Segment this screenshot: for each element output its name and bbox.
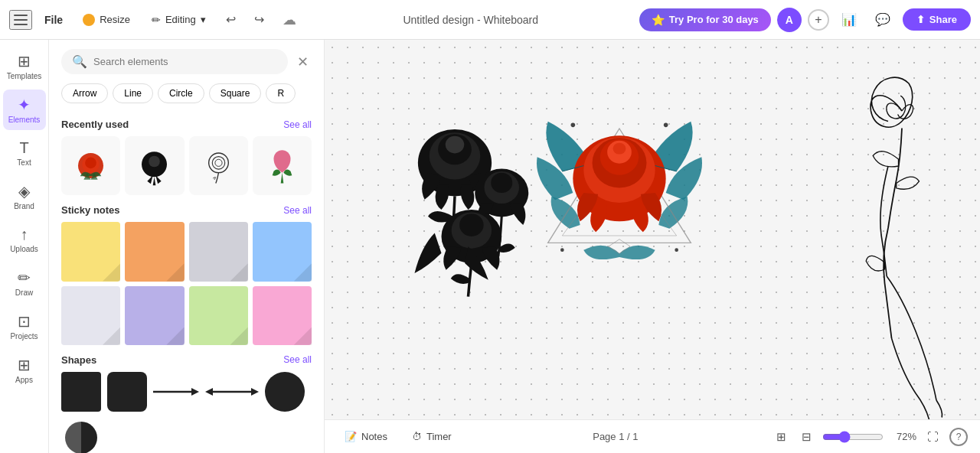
status-right: ⊞ ⊟ 72% ⛶ ? — [772, 427, 968, 447]
analytics-button[interactable]: 📊 — [835, 9, 863, 30]
topbar: File Resize ✏ Editing ▾ ↩ ↪ ☁ Untitled d… — [0, 0, 980, 40]
status-left: 📝 Notes ⏱ Timer — [337, 427, 459, 446]
zoom-label: 72% — [890, 431, 916, 442]
topbar-center: Untitled design - Whiteboard — [309, 14, 633, 26]
elements-panel: 🔍 ✕ Arrow Line Circle Square R Recently … — [49, 40, 325, 453]
svg-point-6 — [215, 159, 222, 166]
search-bar[interactable]: 🔍 — [61, 49, 288, 74]
canvas-inner[interactable] — [325, 40, 980, 419]
sidebar-item-text[interactable]: T Text — [3, 133, 46, 173]
shape-square[interactable] — [61, 372, 101, 412]
topbar-left: File Resize ✏ Editing ▾ ↩ ↪ ☁ — [9, 8, 302, 31]
shape-half-circle[interactable] — [61, 418, 101, 453]
templates-icon: ⊞ — [18, 52, 31, 70]
grid-view-button[interactable]: ⊞ — [772, 427, 791, 447]
sidebar-item-apps[interactable]: ⊞ Apps — [3, 350, 46, 390]
sticky-notes-see-all[interactable]: See all — [283, 205, 312, 216]
sidebar-item-brand[interactable]: ◈ Brand — [3, 176, 46, 217]
svg-point-4 — [208, 153, 228, 173]
panel-header: 🔍 ✕ — [49, 40, 324, 80]
rose-lineart[interactable] — [819, 47, 957, 419]
filter-line[interactable]: Line — [113, 83, 153, 103]
svg-point-35 — [560, 248, 564, 252]
svg-point-34 — [664, 123, 668, 128]
redo-button[interactable]: ↪ — [248, 8, 270, 31]
recent-item-3[interactable] — [189, 136, 248, 195]
topbar-right: ⭐ Try Pro for 30 days A + 📊 💬 ⬆ Share — [639, 8, 971, 32]
svg-point-36 — [675, 248, 678, 252]
sticky-notes-header: Sticky notes See all — [61, 204, 312, 216]
notes-icon: 📝 — [345, 431, 357, 442]
brand-icon: ◈ — [18, 182, 30, 200]
sticky-green[interactable] — [189, 286, 248, 345]
shape-rounded-square[interactable] — [107, 372, 147, 412]
menu-button[interactable] — [9, 10, 32, 30]
sticky-yellow[interactable] — [61, 222, 120, 281]
recently-used-see-all[interactable]: See all — [283, 119, 312, 130]
close-panel-button[interactable]: ✕ — [294, 51, 312, 73]
recently-used-header: Recently used See all — [61, 119, 312, 130]
search-input[interactable] — [93, 56, 277, 67]
editing-button[interactable]: ✏ Editing ▾ — [144, 10, 214, 30]
text-icon: T — [19, 139, 28, 157]
file-button[interactable]: File — [38, 11, 69, 29]
recent-item-2[interactable] — [125, 136, 184, 195]
try-pro-button[interactable]: ⭐ Try Pro for 30 days — [639, 8, 771, 31]
recent-item-1[interactable] — [61, 136, 120, 195]
share-icon: ⬆ — [916, 14, 925, 25]
timer-button[interactable]: ⏱ Timer — [404, 427, 459, 446]
sidebar-item-elements[interactable]: ✦ Elements — [3, 90, 46, 130]
sidebar-item-projects[interactable]: ⊡ Projects — [3, 306, 46, 347]
share-button[interactable]: ⬆ Share — [903, 8, 971, 31]
elements-icon: ✦ — [18, 96, 31, 114]
filter-more[interactable]: R — [266, 83, 296, 103]
sidebar-item-templates[interactable]: ⊞ Templates — [3, 46, 46, 86]
list-view-button[interactable]: ⊟ — [797, 427, 816, 447]
shapes-see-all[interactable]: See all — [283, 354, 312, 365]
shape-circle[interactable] — [265, 372, 305, 412]
undo-button[interactable]: ↩ — [220, 8, 242, 31]
apps-icon: ⊞ — [18, 356, 31, 374]
filter-square[interactable]: Square — [209, 83, 262, 103]
artwork-container — [325, 40, 980, 419]
help-button[interactable]: ? — [949, 428, 968, 446]
svg-point-33 — [571, 123, 576, 128]
shape-double-arrow[interactable] — [205, 384, 259, 399]
sticky-lightgray[interactable] — [61, 286, 120, 345]
filter-circle[interactable]: Circle — [158, 83, 204, 103]
fullscreen-button[interactable]: ⛶ — [923, 427, 943, 446]
sticky-notes-grid — [61, 222, 312, 345]
recent-item-4[interactable] — [253, 136, 312, 195]
add-collaborator-button[interactable]: + — [808, 9, 829, 31]
page-info: Page 1 / 1 — [593, 431, 638, 442]
sticky-pink[interactable] — [253, 286, 312, 345]
resize-icon — [83, 14, 95, 26]
sidebar-item-uploads[interactable]: ↑ Uploads — [3, 220, 46, 259]
sticky-blue[interactable] — [253, 222, 312, 281]
shapes-header: Shapes See all — [61, 354, 312, 366]
panel-scroll: Recently used See all — [49, 109, 324, 453]
sidebar-item-draw[interactable]: ✏ Draw — [3, 262, 46, 303]
timer-icon: ⏱ — [412, 431, 422, 442]
zoom-slider[interactable] — [822, 431, 884, 443]
status-center: Page 1 / 1 — [593, 431, 638, 442]
avatar[interactable]: A — [777, 8, 802, 32]
chat-button[interactable]: 💬 — [869, 9, 897, 30]
svg-marker-8 — [191, 388, 199, 396]
notes-button[interactable]: 📝 Notes — [337, 427, 395, 446]
projects-icon: ⊡ — [18, 312, 31, 331]
svg-marker-11 — [251, 388, 259, 396]
sticky-notes-title: Sticky notes — [61, 204, 120, 216]
svg-point-15 — [446, 136, 465, 154]
rose-tattoo[interactable] — [524, 86, 715, 300]
shape-line-arrow[interactable] — [153, 384, 199, 399]
sticky-orange[interactable] — [125, 222, 184, 281]
draw-icon: ✏ — [18, 269, 31, 287]
sticky-gray[interactable] — [189, 222, 248, 281]
resize-button[interactable]: Resize — [75, 10, 138, 30]
svg-point-3 — [149, 156, 161, 168]
svg-point-30 — [613, 143, 626, 155]
recently-used-title: Recently used — [61, 119, 129, 130]
sticky-purple[interactable] — [125, 286, 184, 345]
filter-arrow[interactable]: Arrow — [61, 83, 108, 103]
